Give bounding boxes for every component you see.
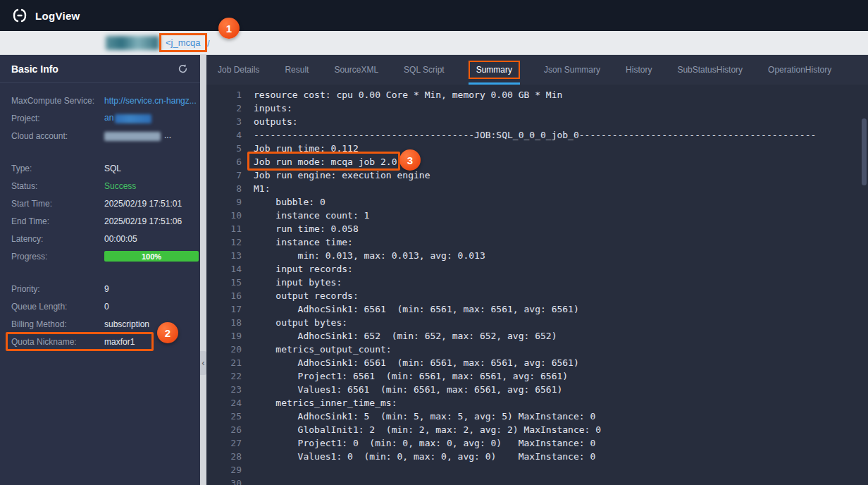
info-label: Quota Nickname: (11, 337, 104, 347)
info-label: Cloud account: (11, 131, 104, 141)
info-row-cloud-account: Cloud account:... (0, 127, 200, 145)
line-text: Values1: 6561 (min: 6561, max: 6561, avg… (254, 383, 562, 396)
line-text: GlobalInit1: 2 (min: 2, max: 2, avg: 2) … (254, 423, 601, 436)
breadcrumb-separator: / (207, 38, 210, 49)
line-text: Job run time: 0.112 (254, 142, 359, 155)
log-line: 21 AdhocSink1: 6561 (min: 6561, max: 656… (206, 356, 868, 369)
redacted-text (104, 132, 161, 141)
info-value: SQL (104, 164, 121, 173)
line-number: 4 (206, 128, 242, 142)
info-row-status: Status:Success (0, 177, 200, 195)
line-number: 25 (206, 410, 242, 423)
line-number: 30 (206, 477, 242, 485)
line-number: 3 (206, 115, 242, 128)
log-line: 8M1: (206, 182, 868, 195)
tab-label: History (624, 61, 653, 78)
line-text: AdhocSink1: 5 (min: 5, max: 5, avg: 5) M… (254, 410, 595, 423)
line-text: input records: (254, 262, 359, 276)
info-value: an (104, 113, 151, 123)
tab-history[interactable]: History (624, 55, 653, 85)
log-line: 4---------------------------------------… (206, 128, 868, 142)
line-text: AdhocSink1: 652 (min: 652, max: 652, avg… (254, 329, 557, 343)
tab-job-details[interactable]: Job Details (216, 55, 261, 85)
info-value[interactable]: http://service.cn-hangz... (104, 96, 197, 106)
basic-info-title: Basic Info (11, 63, 58, 75)
info-value: 2025/02/19 17:51:06 (104, 216, 182, 226)
line-number: 24 (206, 396, 242, 410)
app-title: LogView (35, 10, 80, 22)
tab-label: OperationHistory (767, 61, 833, 78)
annotation-badge-3: 3 (399, 149, 421, 171)
log-line: 22 Project1: 6561 (min: 6561, max: 6561,… (206, 369, 868, 383)
line-text: M1: (254, 182, 270, 195)
line-number: 19 (206, 329, 242, 343)
line-text: input bytes: (254, 276, 347, 289)
info-value: Success (104, 181, 136, 191)
tab-operationhistory[interactable]: OperationHistory (767, 55, 833, 85)
info-value: 00:00:05 (104, 234, 137, 244)
line-number: 17 (206, 302, 242, 316)
progress-percent: 100% (142, 252, 161, 261)
info-label: Queue Length: (11, 302, 104, 312)
annotation-badge-1: 1 (218, 18, 240, 39)
log-line: 13 min: 0.013, max: 0.013, avg: 0.013 (206, 249, 868, 262)
info-row-type: Type:SQL (0, 159, 200, 177)
info-row-end-time: End Time:2025/02/19 17:51:06 (0, 212, 200, 230)
info-row-maxcompute-service: MaxCompute Service:http://service.cn-han… (0, 92, 200, 109)
line-text: AdhocSink1: 6561 (min: 6561, max: 6561, … (254, 356, 579, 369)
line-number: 29 (206, 463, 242, 477)
info-value: 2025/02/19 17:51:01 (104, 199, 182, 209)
tab-sourcexml[interactable]: SourceXML (333, 55, 380, 85)
tab-summary[interactable]: Summary (469, 55, 520, 85)
refresh-icon[interactable] (176, 63, 189, 75)
vertical-scrollbar-thumb[interactable] (862, 118, 867, 185)
info-row-priority: Priority:9 (0, 280, 200, 297)
log-line: 12 instance time: (206, 235, 868, 249)
info-label: Project: (11, 113, 104, 123)
logview-logo-icon (11, 7, 28, 24)
panel-splitter (200, 55, 206, 485)
log-line: 20 metrics_output_count: (206, 343, 868, 356)
collapse-sidebar-button[interactable]: ‹ (200, 351, 206, 375)
redacted-project-path (106, 36, 159, 50)
basic-info-panel: Basic Info MaxCompute Service:http://ser… (0, 55, 200, 485)
row-spacer (0, 265, 200, 280)
log-line: 2inputs: (206, 102, 868, 115)
line-number: 10 (206, 209, 242, 222)
info-label: Type: (11, 164, 104, 173)
log-line: 29 (206, 463, 868, 477)
line-number: 8 (206, 182, 242, 195)
log-line: 25 AdhocSink1: 5 (min: 5, max: 5, avg: 5… (206, 410, 868, 423)
breadcrumb-job-link[interactable]: <j_mcqa (159, 33, 207, 52)
info-value: subscription (104, 319, 149, 329)
ellipsis-text: ... (164, 130, 171, 140)
log-line: 6Job run mode: mcqa job 2.0 (206, 155, 868, 168)
log-line: 3outputs: (206, 115, 868, 128)
line-number: 22 (206, 369, 242, 383)
tab-result[interactable]: Result (283, 55, 310, 85)
line-text: Job run mode: mcqa job 2.0 (254, 155, 397, 168)
log-line: 15 input bytes: (206, 276, 868, 289)
tab-label: Summary (469, 61, 520, 79)
log-line: 23 Values1: 6561 (min: 6561, max: 6561, … (206, 383, 868, 396)
line-number: 23 (206, 383, 242, 396)
info-row-latency: Latency:00:00:05 (0, 230, 200, 247)
tab-sql-script[interactable]: SQL Script (402, 55, 446, 85)
line-number: 14 (206, 262, 242, 276)
log-line: 24 metrics_inner_time_ms: (206, 396, 868, 410)
log-line: 17 AdhocSink1: 6561 (min: 6561, max: 656… (206, 302, 868, 316)
line-text: Job run engine: execution engine (254, 168, 430, 182)
chevron-left-icon: ‹ (202, 358, 205, 368)
log-line: 27 Project1: 0 (min: 0, max: 0, avg: 0) … (206, 436, 868, 450)
info-row-queue-length: Queue Length:0 (0, 297, 200, 315)
tab-substatushistory[interactable]: SubStatusHistory (676, 55, 744, 85)
line-text: Project1: 0 (min: 0, max: 0, avg: 0) Max… (254, 436, 595, 450)
log-line: 5Job run time: 0.112 (206, 142, 868, 155)
breadcrumb: <j_mcqa / (0, 31, 868, 55)
tab-json-summary[interactable]: Json Summary (542, 55, 602, 85)
line-number: 2 (206, 102, 242, 115)
log-line: 30 (206, 477, 868, 485)
progress-bar: 100% (104, 251, 199, 262)
info-value: 100% (104, 251, 199, 262)
line-text: instance time: (254, 235, 359, 249)
